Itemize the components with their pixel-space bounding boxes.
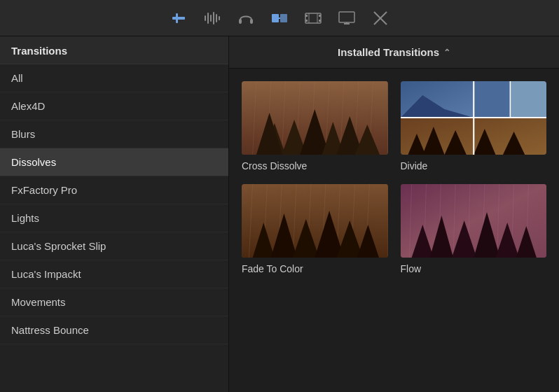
svg-rect-13 — [305, 13, 321, 23]
sidebar-title: Transitions — [0, 36, 228, 64]
sidebar-item-all[interactable]: All — [0, 64, 228, 92]
label-cross-dissolve: Cross Dissolve — [242, 160, 307, 172]
svg-rect-3 — [207, 13, 209, 24]
content-header: Installed Transitions ⌃ — [229, 36, 559, 69]
sidebar-item-nattress[interactable]: Nattress Bounce — [0, 316, 228, 344]
main-content: Transitions All Alex4D Blurs Dissolves F… — [0, 36, 559, 392]
svg-rect-14 — [305, 15, 308, 17]
headphones-icon[interactable] — [236, 8, 256, 28]
label-fade-to-color: Fade To Color — [242, 263, 303, 274]
transition-item-fade-to-color[interactable]: Fade To Color — [242, 184, 388, 274]
svg-rect-20 — [339, 12, 354, 22]
trim-icon[interactable] — [169, 8, 188, 28]
crosshair-icon[interactable] — [371, 8, 390, 28]
transition-item-cross-dissolve[interactable]: Cross Dissolve — [242, 81, 388, 172]
label-flow: Flow — [401, 263, 422, 274]
svg-rect-44 — [474, 81, 510, 118]
transition-item-flow[interactable]: Flow — [401, 184, 547, 274]
transitions-grid: Cross Dissolve — [229, 69, 559, 287]
sidebar-item-impackt[interactable]: Luca's Impackt — [0, 260, 228, 288]
sidebar-item-sprocket[interactable]: Luca's Sprocket Slip — [0, 232, 228, 260]
svg-rect-0 — [172, 17, 185, 20]
svg-rect-1 — [176, 13, 178, 23]
svg-rect-2 — [205, 15, 206, 21]
svg-rect-5 — [213, 12, 214, 24]
svg-rect-9 — [250, 19, 253, 24]
film-icon[interactable] — [303, 8, 323, 28]
svg-rect-15 — [305, 20, 308, 22]
content-panel: Installed Transitions ⌃ — [229, 36, 559, 392]
sidebar-item-movements[interactable]: Movements — [0, 288, 228, 316]
thumbnail-cross-dissolve — [242, 81, 388, 155]
svg-rect-17 — [319, 20, 321, 22]
svg-rect-11 — [280, 14, 287, 22]
transitions-active-icon[interactable] — [270, 8, 289, 28]
sidebar-item-blurs[interactable]: Blurs — [0, 120, 228, 148]
svg-rect-6 — [216, 14, 217, 22]
svg-rect-10 — [272, 14, 279, 22]
svg-rect-45 — [510, 81, 546, 118]
content-header-label: Installed Transitions — [338, 46, 439, 58]
monitor-icon[interactable] — [337, 8, 357, 28]
transition-item-divide[interactable]: Divide — [401, 81, 547, 172]
audio-icon[interactable] — [202, 8, 222, 28]
sidebar-item-alex4d[interactable]: Alex4D — [0, 92, 228, 120]
sort-icon[interactable]: ⌃ — [443, 48, 450, 57]
sidebar: Transitions All Alex4D Blurs Dissolves F… — [0, 36, 229, 392]
sidebar-item-lights[interactable]: Lights — [0, 204, 228, 232]
sidebar-item-fxfactory[interactable]: FxFactory Pro — [0, 176, 228, 204]
svg-rect-7 — [219, 16, 220, 20]
toolbar — [0, 0, 559, 36]
svg-rect-4 — [210, 15, 212, 22]
label-divide: Divide — [401, 160, 428, 172]
svg-rect-16 — [319, 15, 321, 17]
sidebar-item-dissolves[interactable]: Dissolves — [0, 148, 228, 176]
svg-rect-8 — [239, 19, 242, 24]
thumbnail-divide — [401, 81, 547, 155]
thumbnail-flow — [401, 184, 547, 258]
thumbnail-fade-to-color — [242, 184, 388, 258]
